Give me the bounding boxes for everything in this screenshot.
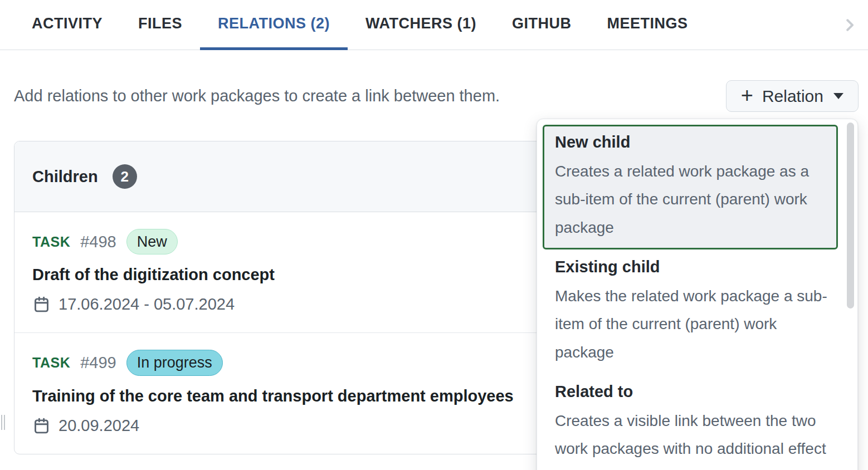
children-title: Children <box>32 168 98 186</box>
relations-toolbar: Add relations to other work packages to … <box>14 80 854 112</box>
menu-item-title: New child <box>555 133 826 152</box>
add-relation-label: Relation <box>762 87 823 106</box>
tab-activity[interactable]: ACTIVITY <box>14 0 120 50</box>
work-package-dates: 17.06.2024 - 05.07.2024 <box>58 295 235 314</box>
menu-item-description: Makes the related work package a sub-ite… <box>555 282 829 366</box>
work-package-dates: 20.09.2024 <box>58 417 139 435</box>
menu-item-related-to[interactable]: Related to Creates a visible link betwee… <box>543 374 838 470</box>
chevron-right-icon <box>841 17 858 33</box>
work-package-id: #499 <box>80 354 116 372</box>
tab-relations[interactable]: RELATIONS (2) <box>200 0 348 50</box>
tab-overflow-button[interactable] <box>841 0 858 50</box>
calendar-icon <box>32 417 51 435</box>
tab-watchers[interactable]: WATCHERS (1) <box>348 0 494 50</box>
menu-item-title: Related to <box>555 382 826 402</box>
pane-resize-handle[interactable] <box>1 415 5 430</box>
relations-intro-text: Add relations to other work packages to … <box>14 87 500 105</box>
work-package-type: TASK <box>32 234 70 250</box>
menu-item-title: Existing child <box>555 257 826 277</box>
tab-files[interactable]: FILES <box>120 0 200 50</box>
plus-icon: + <box>741 85 753 106</box>
tab-bar: ACTIVITY FILES RELATIONS (2) WATCHERS (1… <box>0 0 868 50</box>
menu-item-new-child[interactable]: New child Creates a related work package… <box>543 125 838 249</box>
tab-meetings[interactable]: MEETINGS <box>589 0 706 50</box>
add-relation-button[interactable]: + Relation <box>726 80 859 112</box>
tab-github[interactable]: GITHUB <box>494 0 589 50</box>
work-package-type: TASK <box>32 355 70 371</box>
menu-item-description: Creates a visible link between the two w… <box>555 407 829 463</box>
caret-down-icon <box>833 93 843 99</box>
status-badge: In progress <box>126 350 223 375</box>
menu-scrollbar-thumb[interactable] <box>847 123 854 309</box>
menu-item-existing-child[interactable]: Existing child Makes the related work pa… <box>543 249 838 374</box>
work-package-id: #498 <box>80 233 116 251</box>
children-count-badge: 2 <box>113 164 137 189</box>
relation-type-menu: New child Creates a related work package… <box>537 119 858 470</box>
menu-item-description: Creates a related work package as a sub-… <box>555 158 829 242</box>
calendar-icon <box>32 295 51 314</box>
status-badge: New <box>126 229 178 254</box>
